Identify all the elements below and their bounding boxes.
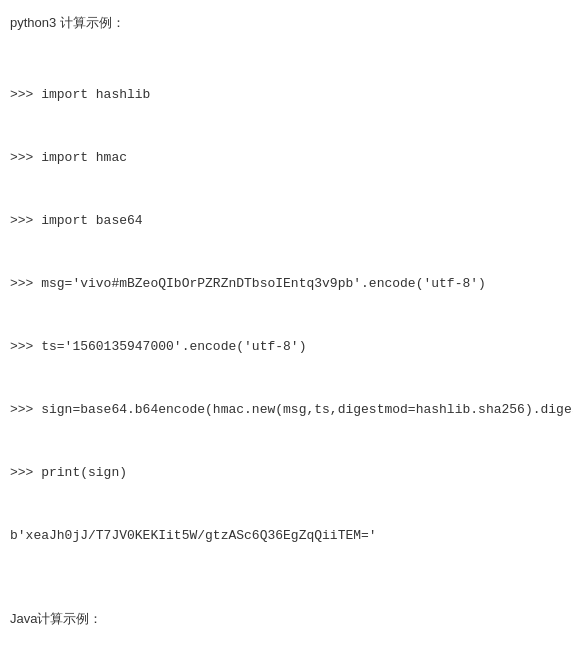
python-line-7: >>> print(sign) bbox=[10, 462, 563, 483]
code-container: python3 计算示例： >>> import hashlib >>> imp… bbox=[0, 10, 573, 646]
python-line-2: >>> import hmac bbox=[10, 147, 563, 168]
separator-1 bbox=[0, 596, 573, 606]
python-line-4: >>> msg='vivo#mBZeoQIbOrPZRZnDTbsoIEntq3… bbox=[10, 273, 563, 294]
java-title: Java计算示例： bbox=[10, 611, 102, 626]
python-line-3: >>> import base64 bbox=[10, 210, 563, 231]
python-line-5: >>> ts='1560135947000'.encode('utf-8') bbox=[10, 336, 563, 357]
python-header: python3 计算示例： bbox=[0, 10, 573, 34]
java-header: Java计算示例： bbox=[0, 606, 573, 630]
python-line-6: >>> sign=base64.b64encode(hmac.new(msg,t… bbox=[10, 399, 563, 420]
python-title: python3 计算示例： bbox=[10, 15, 125, 30]
python-line-1: >>> import hashlib bbox=[10, 84, 563, 105]
python-output: b'xeaJh0jJ/T7JV0KEKIit5W/gtzASc6Q36EgZqQ… bbox=[10, 525, 563, 546]
java-code-block: import java.util.Base64; import javax.cr… bbox=[0, 630, 573, 646]
python-code-block: >>> import hashlib >>> import hmac >>> i… bbox=[0, 34, 573, 596]
